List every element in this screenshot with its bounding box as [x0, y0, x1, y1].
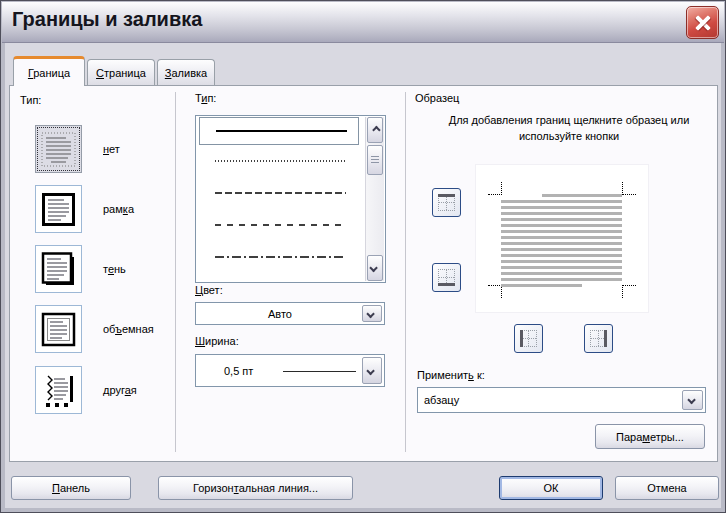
- chevron-down-icon: [366, 309, 374, 317]
- type-option-custom[interactable]: другая: [35, 366, 185, 414]
- border-preview[interactable]: [476, 165, 648, 312]
- width-dropdown-button[interactable]: [362, 357, 382, 384]
- separator: [405, 92, 406, 452]
- width-combobox[interactable]: 0,5 пт: [195, 354, 385, 387]
- sample-text-line: [542, 194, 622, 197]
- type-option-box-button[interactable]: [35, 185, 82, 233]
- ok-button[interactable]: ОК: [499, 476, 603, 500]
- chevron-down-icon: [369, 264, 377, 272]
- line-style-group-label: Тип:: [195, 92, 216, 104]
- window-title: Границы и заливка: [12, 8, 202, 31]
- sample-group-label: Образец: [415, 92, 459, 104]
- sample-text-line: [501, 218, 622, 221]
- tab-label: Страница: [96, 67, 146, 79]
- sample-instruction: Для добавления границ щелкните образец и…: [438, 112, 700, 144]
- type-option-none-label[interactable]: нет: [103, 143, 120, 155]
- border-box-icon: [39, 190, 78, 229]
- corner-mark-icon: [488, 285, 502, 298]
- sample-text-line: [501, 242, 622, 245]
- tab-label: Граница: [28, 67, 70, 79]
- tab-zalivka[interactable]: Заливка: [157, 59, 215, 85]
- type-option-3d-button[interactable]: [35, 305, 82, 353]
- scrollbar-track[interactable]: [366, 175, 384, 255]
- type-option-3d[interactable]: объемная: [35, 305, 185, 353]
- close-button[interactable]: [686, 6, 719, 39]
- scrollbar-thumb[interactable]: [367, 145, 383, 175]
- type-option-box-label[interactable]: рамка: [103, 203, 134, 215]
- apply-to-value: абзацу: [424, 388, 679, 412]
- type-option-custom-label[interactable]: другая: [103, 384, 137, 396]
- line-style-option-dashed[interactable]: [196, 177, 365, 209]
- options-button[interactable]: Параметры...: [595, 424, 705, 449]
- titlebar: Границы и заливка: [2, 2, 724, 43]
- sample-text-line: [501, 212, 622, 215]
- sample-text-line: [501, 266, 622, 269]
- corner-mark-icon: [622, 285, 636, 298]
- type-option-shadow-label[interactable]: тень: [103, 263, 126, 275]
- color-dropdown-button[interactable]: [362, 305, 382, 322]
- border-3d-icon: [39, 310, 78, 349]
- left-border-icon: [520, 330, 537, 347]
- border-none-icon: [39, 130, 78, 169]
- sample-text-line: [501, 260, 622, 263]
- cancel-button[interactable]: Отмена: [615, 476, 719, 500]
- apply-to-combobox[interactable]: абзацу: [417, 387, 706, 413]
- type-option-none-button[interactable]: [35, 125, 82, 173]
- setting-group-label: Тип:: [20, 94, 41, 106]
- apply-to-label: Применить к:: [417, 369, 485, 381]
- toolbar-button[interactable]: Панель: [11, 476, 131, 500]
- sample-text-line: [501, 236, 622, 239]
- type-option-3d-label[interactable]: объемная: [103, 323, 154, 335]
- grip-icon: [371, 156, 379, 164]
- sample-text-line: [501, 206, 622, 209]
- tab-stranitsa[interactable]: Страница: [87, 59, 155, 85]
- sample-text-line: [501, 254, 622, 257]
- chevron-down-icon: [366, 366, 374, 374]
- border-shadow-icon: [39, 250, 78, 289]
- horizontal-line-button[interactable]: Горизонтальная линия...: [158, 476, 353, 500]
- line-style-option-solid[interactable]: [199, 117, 359, 145]
- sample-text-line: [501, 272, 622, 275]
- color-combobox[interactable]: Авто: [195, 302, 385, 325]
- bottom-border-button[interactable]: [432, 263, 461, 292]
- chevron-down-icon: [687, 396, 695, 404]
- type-option-shadow-button[interactable]: [35, 245, 82, 293]
- scroll-down-button[interactable]: [367, 255, 383, 281]
- line-style-scrollbar[interactable]: [365, 117, 384, 281]
- right-border-icon: [590, 330, 607, 347]
- horizontal-line-button-label: Горизонтальная линия...: [193, 482, 318, 494]
- width-line-preview: [283, 371, 356, 372]
- tab-granitsa[interactable]: Граница: [13, 56, 85, 86]
- line-style-option-dash-dot[interactable]: [196, 241, 365, 273]
- left-border-button[interactable]: [514, 324, 543, 353]
- tab-label: Заливка: [165, 67, 207, 79]
- type-option-box[interactable]: рамка: [35, 185, 185, 233]
- sample-text-line: [501, 284, 582, 287]
- line-style-option-dash-spaced[interactable]: [196, 209, 365, 241]
- line-style-listbox[interactable]: [195, 115, 386, 283]
- sample-text-line: [501, 248, 622, 251]
- sample-text-line: [501, 200, 622, 203]
- line-style-option-dotted[interactable]: [196, 145, 365, 177]
- sample-text-line: [501, 230, 622, 233]
- color-label: Цвет:: [195, 284, 223, 296]
- corner-mark-icon: [488, 182, 502, 195]
- sample-text-line: [501, 278, 622, 281]
- corner-mark-icon: [622, 182, 636, 195]
- right-border-button[interactable]: [584, 324, 613, 353]
- scroll-up-button[interactable]: [367, 117, 383, 143]
- border-tab-page: Тип: нет: [9, 85, 718, 462]
- border-custom-icon: [39, 371, 78, 410]
- type-option-custom-button[interactable]: [35, 366, 82, 414]
- top-border-icon: [438, 194, 455, 211]
- bottom-border-icon: [438, 269, 455, 286]
- dialog-body: Граница Страница Заливка Тип:: [5, 43, 721, 508]
- apply-to-dropdown-button[interactable]: [682, 390, 703, 410]
- borders-and-shading-dialog: Границы и заливка Граница Страница Залив…: [0, 0, 726, 513]
- sample-paragraph-lines: [501, 194, 622, 290]
- options-button-label: Параметры...: [616, 431, 684, 443]
- type-option-none[interactable]: нет: [35, 125, 185, 173]
- type-option-shadow[interactable]: тень: [35, 245, 185, 293]
- line-style-options: [196, 116, 365, 282]
- top-border-button[interactable]: [432, 188, 461, 217]
